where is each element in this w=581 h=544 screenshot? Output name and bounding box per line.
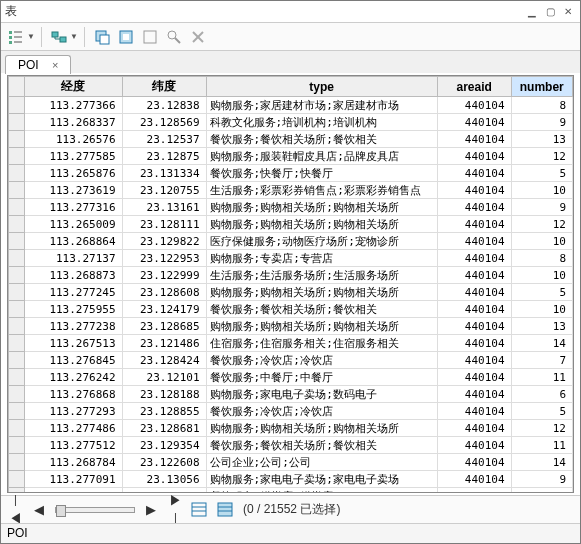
row-selector[interactable]: [9, 97, 25, 114]
related-tables-button[interactable]: [48, 26, 70, 48]
nav-prev-button[interactable]: ◀: [31, 502, 47, 517]
cell-lat[interactable]: 23.13161: [122, 199, 206, 216]
cell-type[interactable]: 餐饮服务;快餐厅;快餐厅: [206, 165, 437, 182]
cell-number[interactable]: 10: [511, 488, 572, 494]
cell-lat[interactable]: 23.122608: [122, 454, 206, 471]
cell-number[interactable]: 11: [511, 369, 572, 386]
row-selector[interactable]: [9, 386, 25, 403]
cell-areaid[interactable]: 440104: [437, 437, 511, 454]
cell-areaid[interactable]: 440104: [437, 199, 511, 216]
row-selector[interactable]: [9, 437, 25, 454]
table-row[interactable]: 113.27748623.128681购物服务;购物相关场所;购物相关场所440…: [9, 420, 573, 437]
nav-next-button[interactable]: ▶: [143, 502, 159, 517]
row-selector[interactable]: [9, 301, 25, 318]
cell-lat[interactable]: 23.128569: [122, 114, 206, 131]
row-selector[interactable]: [9, 216, 25, 233]
cell-lng[interactable]: 113.273619: [25, 182, 122, 199]
cell-lat[interactable]: 23.131334: [122, 165, 206, 182]
show-selected-icon[interactable]: [217, 502, 235, 518]
cell-type[interactable]: 生活服务;彩票彩券销售点;彩票彩券销售点: [206, 182, 437, 199]
table-row[interactable]: 113.27709123.13056购物服务;家电电子卖场;家电电子卖场4401…: [9, 471, 573, 488]
row-selector[interactable]: [9, 148, 25, 165]
maximize-button[interactable]: ▢: [542, 5, 558, 19]
table-row[interactable]: 113.27729323.128855餐饮服务;冷饮店;冷饮店4401045: [9, 403, 573, 420]
row-selector[interactable]: [9, 488, 25, 494]
cell-lat[interactable]: 23.12838: [122, 97, 206, 114]
col-number[interactable]: number: [511, 77, 572, 97]
cell-lat[interactable]: 23.12101: [122, 369, 206, 386]
cell-number[interactable]: 10: [511, 267, 572, 284]
row-selector[interactable]: [9, 250, 25, 267]
table-row[interactable]: 113.27684523.128424餐饮服务;冷饮店;冷饮店4401047: [9, 352, 573, 369]
cell-type[interactable]: 购物服务;家居建材市场;家居建材市场: [206, 97, 437, 114]
row-selector[interactable]: [9, 199, 25, 216]
cell-type[interactable]: 餐饮服务;冷饮店;冷饮店: [206, 403, 437, 420]
cell-lng[interactable]: 113.277091: [25, 471, 122, 488]
row-selector-header[interactable]: [9, 77, 25, 97]
col-type[interactable]: type: [206, 77, 437, 97]
cell-areaid[interactable]: 440104: [437, 369, 511, 386]
table-row[interactable]: 113.26587623.131334餐饮服务;快餐厅;快餐厅4401045: [9, 165, 573, 182]
row-selector[interactable]: [9, 165, 25, 182]
cell-lat[interactable]: 23.124179: [122, 301, 206, 318]
cell-lat[interactable]: 23.128855: [122, 403, 206, 420]
row-selector[interactable]: [9, 114, 25, 131]
cell-type[interactable]: 购物服务;购物相关场所;购物相关场所: [206, 216, 437, 233]
row-selector[interactable]: [9, 318, 25, 335]
cell-number[interactable]: 11: [511, 437, 572, 454]
cell-lat[interactable]: 23.13056: [122, 471, 206, 488]
col-lat[interactable]: 纬度: [122, 77, 206, 97]
cell-number[interactable]: 13: [511, 131, 572, 148]
table-row[interactable]: 113.27386423.125183餐饮服务;糕饼店;糕饼店44010410: [9, 488, 573, 494]
cell-type[interactable]: 购物服务;专卖店;专营店: [206, 250, 437, 267]
cell-type[interactable]: 购物服务;家电电子卖场;数码电子: [206, 386, 437, 403]
cell-type[interactable]: 科教文化服务;培训机构;培训机构: [206, 114, 437, 131]
cell-lng[interactable]: 113.265009: [25, 216, 122, 233]
cell-lat[interactable]: 23.120755: [122, 182, 206, 199]
table-row[interactable]: 113.27361923.120755生活服务;彩票彩券销售点;彩票彩券销售点4…: [9, 182, 573, 199]
cell-lat[interactable]: 23.122953: [122, 250, 206, 267]
cell-number[interactable]: 9: [511, 199, 572, 216]
cell-areaid[interactable]: 440104: [437, 97, 511, 114]
row-selector[interactable]: [9, 267, 25, 284]
cell-areaid[interactable]: 440104: [437, 471, 511, 488]
table-row[interactable]: 113.26878423.122608公司企业;公司;公司44010414: [9, 454, 573, 471]
cell-type[interactable]: 住宿服务;住宿服务相关;住宿服务相关: [206, 335, 437, 352]
cell-areaid[interactable]: 440104: [437, 148, 511, 165]
table-row[interactable]: 113.27758523.12875购物服务;服装鞋帽皮具店;品牌皮具店4401…: [9, 148, 573, 165]
table-row[interactable]: 113.26886423.129822医疗保健服务;动物医疗场所;宠物诊所440…: [9, 233, 573, 250]
cell-number[interactable]: 5: [511, 403, 572, 420]
row-selector[interactable]: [9, 335, 25, 352]
table-row[interactable]: 113.27736623.12838购物服务;家居建材市场;家居建材市场4401…: [9, 97, 573, 114]
cell-lng[interactable]: 113.277316: [25, 199, 122, 216]
cell-type[interactable]: 医疗保健服务;动物医疗场所;宠物诊所: [206, 233, 437, 250]
cell-number[interactable]: 10: [511, 301, 572, 318]
row-selector[interactable]: [9, 352, 25, 369]
table-row[interactable]: 113.27724523.128608购物服务;购物相关场所;购物相关场所440…: [9, 284, 573, 301]
cell-type[interactable]: 生活服务;生活服务场所;生活服务场所: [206, 267, 437, 284]
zoom-selection-button[interactable]: [163, 26, 185, 48]
row-selector[interactable]: [9, 403, 25, 420]
cell-areaid[interactable]: 440104: [437, 454, 511, 471]
cell-areaid[interactable]: 440104: [437, 420, 511, 437]
cell-lng[interactable]: 113.276242: [25, 369, 122, 386]
cell-type[interactable]: 餐饮服务;糕饼店;糕饼店: [206, 488, 437, 494]
cell-type[interactable]: 购物服务;服装鞋帽皮具店;品牌皮具店: [206, 148, 437, 165]
clear-selection-button[interactable]: [139, 26, 161, 48]
show-all-icon[interactable]: [191, 502, 209, 518]
cell-areaid[interactable]: 440104: [437, 386, 511, 403]
cell-lat[interactable]: 23.121486: [122, 335, 206, 352]
table-row[interactable]: 113.26833723.128569科教文化服务;培训机构;培训机构44010…: [9, 114, 573, 131]
cell-lng[interactable]: 113.26576: [25, 131, 122, 148]
cell-number[interactable]: 7: [511, 352, 572, 369]
cell-lng[interactable]: 113.268337: [25, 114, 122, 131]
cell-lat[interactable]: 23.129354: [122, 437, 206, 454]
cell-number[interactable]: 9: [511, 471, 572, 488]
cell-areaid[interactable]: 440104: [437, 250, 511, 267]
table-row[interactable]: 113.27751223.129354餐饮服务;餐饮相关场所;餐饮相关44010…: [9, 437, 573, 454]
col-lng[interactable]: 经度: [25, 77, 122, 97]
cell-areaid[interactable]: 440104: [437, 335, 511, 352]
cell-number[interactable]: 8: [511, 97, 572, 114]
cell-areaid[interactable]: 440104: [437, 301, 511, 318]
cell-lng[interactable]: 113.277238: [25, 318, 122, 335]
